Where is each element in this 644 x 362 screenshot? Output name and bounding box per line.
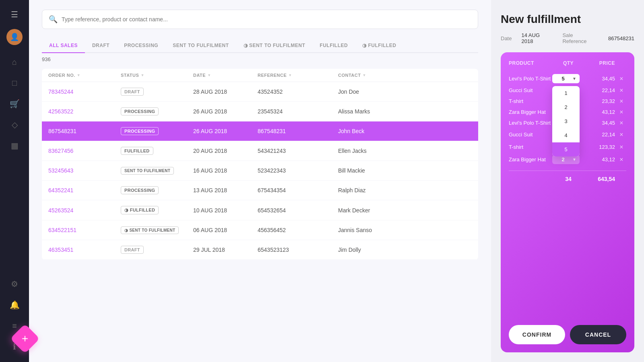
price-value: 43,12: [584, 109, 617, 115]
sidebar-item-tag[interactable]: ◇: [6, 116, 23, 134]
tab-all-sales[interactable]: ALL SALES: [42, 39, 85, 53]
product-name: Zara Bigger Hat: [509, 109, 552, 115]
reference-cell: 543421243: [258, 148, 338, 154]
remove-product-button[interactable]: ×: [617, 109, 626, 116]
sidebar-item-cart[interactable]: 🛒: [6, 95, 23, 113]
tab-sent1[interactable]: SENT TO FULFILMENT: [165, 39, 236, 53]
contact-cell: Jon Doe: [338, 88, 472, 95]
status-cell: ◑ FULFILLED: [121, 206, 193, 214]
product-rows: Levi's Polo T-Shirt 5 ▼ 1 2 3 4 5: [509, 74, 626, 167]
order-no-cell: 867548231: [48, 128, 121, 134]
th-date[interactable]: DATE ▼: [193, 73, 258, 78]
tab-sent2[interactable]: ◑ SENT TO FULFILMENT: [236, 39, 313, 53]
tab-processing[interactable]: PROCESSING: [117, 39, 165, 53]
status-badge: PROCESSING: [121, 186, 159, 194]
cancel-button[interactable]: CANCEL: [570, 325, 626, 344]
sidebar-item-home[interactable]: ⌂: [6, 53, 23, 71]
col-product-label: Product: [509, 60, 552, 66]
date-cell: 10 AUG 2018: [193, 207, 258, 214]
reference-cell: 6543523123: [258, 247, 338, 253]
product-row: Levi's Polo T-Shirt 5 ▼ 1 2 3 4 5: [509, 74, 626, 83]
status-cell: PROCESSING: [121, 127, 193, 135]
sidebar-item-settings[interactable]: ⚙: [6, 275, 23, 293]
remove-product-button[interactable]: ×: [617, 144, 626, 151]
tab-fulfilled1[interactable]: FULFILLED: [312, 39, 355, 53]
ref-value: 867548231: [608, 35, 634, 41]
status-cell: DRAFT: [121, 246, 193, 254]
sidebar-item-bell[interactable]: 🔔: [6, 296, 23, 314]
status-badge: FULFILLED: [121, 147, 153, 155]
search-input[interactable]: [62, 16, 471, 23]
contact-cell: Mark Decker: [338, 207, 472, 214]
sort-icon-status: ▼: [140, 73, 144, 77]
ref-label: Sale Reference: [562, 32, 599, 44]
qty-dropdown-item[interactable]: 2: [552, 100, 580, 114]
date-cell: 06 AUG 2018: [193, 227, 258, 233]
order-no-cell: 83627456: [48, 148, 121, 154]
remove-product-button[interactable]: ×: [617, 98, 626, 105]
divider: [509, 171, 626, 171]
tab-fulfilled2[interactable]: ◑ FULFILLED: [355, 39, 403, 53]
price-value: 43,12: [584, 156, 617, 162]
order-no-cell: 634522151: [48, 227, 121, 233]
qty-dropdown-arrow[interactable]: ▼: [572, 157, 576, 162]
col-qty-label: Qty: [552, 60, 584, 66]
order-no-cell: 64352241: [48, 187, 121, 193]
table-row[interactable]: 78345244 DRAFT 28 AUG 2018 43524352 Jon …: [42, 82, 478, 102]
status-cell: PROCESSING: [121, 186, 193, 194]
qty-dropdown-item[interactable]: 5: [552, 142, 580, 156]
table-row[interactable]: 83627456 FULFILLED 20 AUG 2018 543421243…: [42, 141, 478, 161]
sort-icon-contact: ▼: [362, 73, 366, 77]
product-name: Levi's Polo T-Shirt: [509, 120, 552, 126]
contact-cell: Alissa Marks: [338, 108, 472, 115]
th-contact[interactable]: CONTACT ▼: [338, 73, 472, 78]
th-reference[interactable]: REFERENCE ▼: [258, 73, 338, 78]
remove-product-button[interactable]: ×: [617, 87, 626, 94]
status-badge: ◑ FULFILLED: [121, 206, 159, 214]
confirm-button[interactable]: CONFIRM: [509, 325, 565, 344]
table-row[interactable]: 64352241 PROCESSING 13 AUG 2018 67543435…: [42, 181, 478, 200]
remove-product-button[interactable]: ×: [617, 156, 626, 163]
price-value: 23,32: [584, 98, 617, 104]
price-value: 22,14: [584, 87, 617, 93]
tabs-container: ALL SALES DRAFT PROCESSING SENT TO FULFI…: [42, 39, 478, 53]
table-row[interactable]: 46353451 DRAFT 29 JUL 2018 6543523123 Ji…: [42, 240, 478, 260]
table-row[interactable]: 867548231 PROCESSING 26 AUG 2018 8675482…: [42, 121, 478, 141]
order-no-cell: 46353451: [48, 247, 121, 253]
remove-product-button[interactable]: ×: [617, 119, 626, 127]
table-header: ORDER NO. ▼ STATUS ▼ DATE ▼ REFERENCE ▼ …: [42, 69, 478, 82]
order-no-cell: 78345244: [48, 88, 121, 95]
price-value: 34,45: [584, 120, 617, 126]
reference-cell: 456356452: [258, 227, 338, 233]
card-actions: CONFIRM CANCEL: [509, 325, 626, 344]
table-row[interactable]: 42563522 PROCESSING 26 AUG 2018 23545324…: [42, 102, 478, 121]
record-count: 936: [42, 56, 478, 62]
reference-cell: 523422343: [258, 167, 338, 174]
sidebar-item-box[interactable]: □: [6, 74, 23, 92]
menu-icon[interactable]: ☰: [8, 6, 21, 23]
th-status[interactable]: STATUS ▼: [121, 73, 193, 78]
status-badge: PROCESSING: [121, 107, 159, 115]
date-cell: 16 AUG 2018: [193, 167, 258, 174]
qty-control[interactable]: 5 ▼ 1 2 3 4 5: [552, 74, 580, 83]
status-badge: DRAFT: [121, 246, 144, 254]
total-price: 643,54: [584, 176, 617, 182]
th-order-no[interactable]: ORDER NO. ▼: [48, 73, 121, 78]
avatar: 👤: [6, 29, 23, 45]
contact-cell: Ralph Diaz: [338, 187, 472, 193]
qty-dropdown-item[interactable]: 1: [552, 86, 580, 100]
remove-product-button[interactable]: ×: [617, 131, 626, 138]
qty-dropdown-item[interactable]: 4: [552, 128, 580, 142]
fulfilled2-icon: ◑: [362, 43, 368, 48]
sidebar-item-barcode[interactable]: ▦: [6, 137, 23, 154]
qty-dropdown-arrow[interactable]: ▼: [572, 76, 576, 81]
dot-indicator: [469, 130, 472, 133]
table-row[interactable]: 634522151 ◑ SENT TO FULFILMENT 06 AUG 20…: [42, 220, 478, 240]
remove-product-button[interactable]: ×: [617, 75, 626, 82]
date-label: Date: [501, 35, 512, 41]
tab-draft[interactable]: DRAFT: [85, 39, 117, 53]
table-row[interactable]: 45263524 ◑ FULFILLED 10 AUG 2018 6545326…: [42, 200, 478, 220]
table-row[interactable]: 53245643 SENT TO FULFILMENT 16 AUG 2018 …: [42, 161, 478, 181]
date-cell: 13 AUG 2018: [193, 187, 258, 193]
qty-dropdown-item[interactable]: 3: [552, 114, 580, 128]
